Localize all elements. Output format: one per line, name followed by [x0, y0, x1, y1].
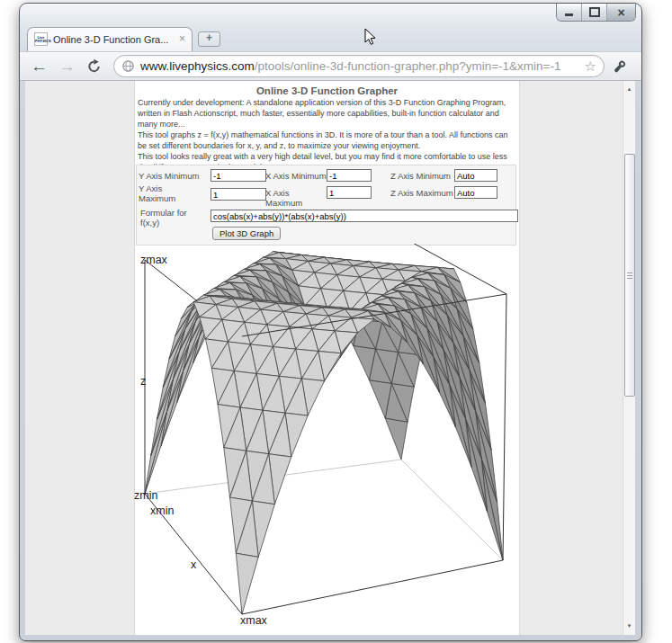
- vertical-scrollbar[interactable]: ▲ ▼: [623, 81, 635, 635]
- url-path: /ptools/online-3d-function-grapher.php?y…: [255, 59, 561, 73]
- minimize-icon: [565, 13, 573, 16]
- favicon-line2: PHYSICS: [35, 40, 47, 43]
- close-icon: ×: [617, 6, 624, 19]
- z-axis-maximum-field: Z Axis Maximum: [390, 188, 454, 198]
- surface-plot-canvas[interactable]: zmaxzzminxminxxmax: [134, 244, 521, 630]
- globe-icon: [121, 59, 135, 73]
- intro-paragraph: This tool graphs z = f(x,y) mathematical…: [138, 130, 515, 152]
- forward-button[interactable]: →: [58, 58, 76, 75]
- formula-input[interactable]: [211, 210, 518, 222]
- scroll-down-arrow-icon[interactable]: ▼: [623, 620, 635, 633]
- reload-icon: [86, 58, 102, 74]
- url-text: www.livephysics.com/ptools/online-3d-fun…: [140, 59, 560, 73]
- z-axis-minimum-input[interactable]: [454, 169, 497, 182]
- x-axis-minimum-label: X Axis Minimum: [265, 171, 327, 181]
- z-axis-maximum-input[interactable]: [454, 186, 497, 199]
- axis-label-xmin: xmin: [150, 505, 174, 517]
- livephysics-favicon: Live PHYSICS: [34, 32, 48, 46]
- hidden-box-edges: [145, 460, 503, 560]
- wrench-icon: [613, 59, 627, 74]
- bookmark-star-icon[interactable]: ☆: [585, 59, 596, 73]
- tab-strip: Live PHYSICS Online 3-D Function Gra... …: [20, 24, 641, 51]
- tab-title: Online 3-D Function Gra...: [53, 34, 179, 45]
- x-axis-maximum-field: X Axis Maximum: [265, 188, 327, 208]
- formula-label: Formular for f(x,y): [140, 208, 193, 228]
- z-axis-minimum-field: Z Axis Minimum: [390, 171, 454, 181]
- axis-label-zmax: zmax: [140, 254, 168, 266]
- plot-settings-form: Y Axis Minimum X Axis Minimum Z Axis Min…: [136, 165, 516, 246]
- mouse-cursor: [364, 28, 377, 46]
- x-axis-minimum-field: X Axis Minimum: [265, 171, 327, 181]
- screenshot-stage: × Live PHYSICS Online 3-D Function Gra..…: [0, 0, 672, 643]
- minimize-button[interactable]: [557, 4, 582, 21]
- reload-button[interactable]: [86, 58, 102, 74]
- thumb-grip: [627, 278, 632, 279]
- scrollbar-thumb[interactable]: [624, 154, 635, 397]
- y-axis-maximum-input[interactable]: [211, 188, 266, 201]
- y-axis-maximum-field: Y Axis Maximum: [139, 183, 180, 203]
- navigation-toolbar: ← → www.livephysics.com/ptools/online-3d…: [20, 51, 641, 81]
- scroll-up-arrow-icon[interactable]: ▲: [623, 83, 635, 96]
- window-controls: ×: [556, 4, 636, 22]
- tab-online-3d-grapher[interactable]: Live PHYSICS Online 3-D Function Gra... …: [27, 27, 193, 52]
- thumb-grip: [627, 272, 632, 273]
- intro-paragraph: Currently under development: A standalon…: [138, 98, 515, 130]
- z-axis-maximum-label: Z Axis Maximum: [390, 188, 454, 198]
- page-title: Online 3-D Function Grapher: [135, 85, 519, 96]
- y-axis-minimum-label: Y Axis Minimum: [139, 171, 209, 181]
- browser-window: × Live PHYSICS Online 3-D Function Gra..…: [19, 3, 642, 641]
- thumb-grip: [627, 275, 632, 276]
- close-button[interactable]: ×: [607, 4, 635, 21]
- x-axis-maximum-label: X Axis Maximum: [265, 188, 327, 208]
- formula-field: Formular for f(x,y): [140, 208, 193, 228]
- axis-label-z: z: [140, 375, 146, 388]
- wrench-menu-button[interactable]: [613, 59, 627, 74]
- y-axis-minimum-field: Y Axis Minimum: [139, 171, 209, 181]
- x-axis-maximum-input[interactable]: [327, 186, 372, 199]
- restore-button[interactable]: [582, 4, 607, 21]
- y-axis-maximum-label: Y Axis Maximum: [139, 183, 180, 203]
- z-axis-minimum-label: Z Axis Minimum: [390, 171, 454, 181]
- axis-label-xmax: xmax: [240, 614, 268, 627]
- axis-label-zmin: zmin: [134, 489, 157, 502]
- new-tab-button[interactable]: +: [198, 31, 220, 47]
- tab-close-icon[interactable]: ×: [179, 32, 185, 45]
- restore-icon: [589, 7, 600, 17]
- plot-3d-graph-button[interactable]: Plot 3D Graph: [212, 227, 281, 240]
- page-viewport: Online 3-D Function Grapher Currently un…: [25, 81, 623, 635]
- address-bar[interactable]: www.livephysics.com/ptools/online-3d-fun…: [113, 55, 605, 77]
- y-axis-minimum-input[interactable]: [211, 169, 266, 182]
- x-axis-minimum-input[interactable]: [327, 169, 372, 182]
- url-host: www.livephysics.com: [140, 59, 255, 73]
- back-button[interactable]: ←: [31, 58, 48, 75]
- axis-label-x: x: [191, 558, 197, 571]
